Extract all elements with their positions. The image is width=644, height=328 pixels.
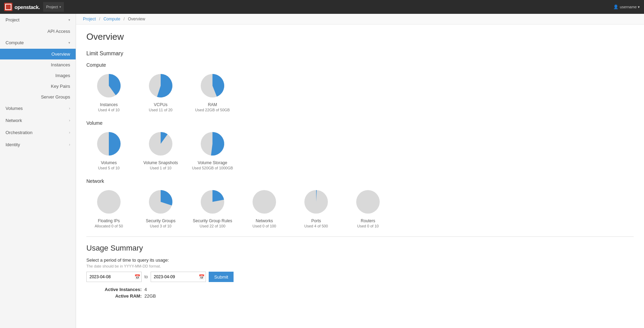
active-instances-row: Active Instances: 4 (86, 287, 634, 292)
chart-sublabel: Used 4 of 10 (98, 108, 120, 112)
chart-item: PortsUsed 4 of 500 (294, 188, 339, 228)
chart-label: Volumes (101, 160, 117, 165)
pie-chart (147, 188, 174, 216)
breadcrumb-project[interactable]: Project (83, 17, 96, 21)
volume-chart-grid: VolumesUsed 5 of 10 Volume SnapshotsUsed… (86, 130, 634, 170)
chart-sublabel: Used 22GB of 50GB (195, 108, 230, 112)
sidebar-section-compute: Compute ▾ Overview Instances Images Key … (0, 37, 76, 102)
usage-summary-section: Usage Summary Select a period of time to… (86, 244, 634, 299)
page-content: Overview Limit Summary Compute Instances… (76, 25, 644, 306)
chart-sublabel: Used 4 of 500 (304, 224, 328, 228)
compute-subsection-title: Compute (86, 62, 634, 68)
limit-summary-title: Limit Summary (86, 50, 634, 57)
chart-label: Routers (361, 218, 375, 223)
sidebar-identity-header[interactable]: Identity › (0, 139, 76, 151)
sidebar-project-header[interactable]: Project ▾ (0, 14, 76, 26)
chart-item: InstancesUsed 4 of 10 (86, 72, 131, 112)
breadcrumb: Project / Compute / Overview (76, 14, 644, 25)
volume-subsection-title: Volume (86, 120, 634, 126)
sidebar-item-overview[interactable]: Overview (0, 49, 76, 59)
sidebar-identity-label: Identity (6, 142, 20, 147)
sidebar: Project ▾ API Access Compute ▾ Overview … (0, 14, 76, 328)
chart-sublabel: Used 0 of 10 (357, 224, 379, 228)
logo-text: openstack. (15, 4, 40, 10)
sidebar-section-project: Project ▾ API Access (0, 14, 76, 37)
active-instances-label: Active Instances: (86, 287, 142, 292)
chart-item: RoutersUsed 0 of 10 (345, 188, 390, 228)
pie-chart (147, 130, 174, 158)
top-bar: openstack. Project ▾ 👤 username ▾ (0, 0, 644, 14)
to-label: to (144, 274, 148, 279)
submit-button[interactable]: Submit (209, 272, 234, 282)
chart-item: VolumesUsed 5 of 10 (86, 130, 131, 170)
pie-chart (250, 188, 278, 216)
chevron-identity-icon: › (69, 143, 70, 147)
sidebar-item-key-pairs[interactable]: Key Pairs (0, 81, 76, 92)
chart-item: NetworksUsed 0 of 100 (242, 188, 287, 228)
pie-chart (147, 72, 174, 100)
sidebar-network-header[interactable]: Network › (0, 114, 76, 126)
divider (86, 236, 634, 237)
sidebar-volumes-label: Volumes (6, 106, 23, 111)
chart-sublabel: Used 22 of 100 (200, 224, 226, 228)
chart-sublabel: Used 3 of 10 (150, 224, 171, 228)
chart-item: Volume StorageUsed 520GB of 1000GB (190, 130, 235, 170)
user-label: username ▾ (620, 5, 640, 9)
sidebar-item-server-groups[interactable]: Server Groups (0, 92, 76, 102)
content-area: Project / Compute / Overview Overview Li… (76, 14, 644, 328)
network-chart-grid: Floating IPsAllocated 0 of 50 Security G… (86, 188, 634, 228)
date-from-input[interactable] (86, 272, 142, 282)
breadcrumb-current: Overview (128, 17, 145, 21)
svg-point-6 (97, 190, 121, 214)
sidebar-section-orchestration: Orchestration › (0, 126, 76, 139)
svg-point-9 (253, 190, 276, 214)
pie-chart (95, 72, 123, 100)
calendar-from-button[interactable]: 📅 (134, 274, 140, 280)
main-layout: Project ▾ API Access Compute ▾ Overview … (0, 14, 644, 328)
chart-item: VCPUsUsed 11 of 20 (138, 72, 183, 112)
sidebar-volumes-header[interactable]: Volumes › (0, 102, 76, 114)
chevron-down-compute-icon: ▾ (68, 41, 70, 45)
active-ram-row: Active RAM: 22GB (86, 293, 634, 299)
chart-item: Security GroupsUsed 3 of 10 (138, 188, 183, 228)
chart-label: Security Group Rules (193, 218, 232, 223)
nav-dropdown-label: Project (46, 5, 58, 9)
network-subsection-title: Network (86, 178, 634, 184)
chart-label: Security Groups (146, 218, 176, 223)
chart-label: Networks (256, 218, 273, 223)
calendar-to-button[interactable]: 📅 (199, 274, 205, 280)
chevron-volumes-icon: › (69, 106, 70, 110)
chart-sublabel: Used 11 of 20 (149, 108, 173, 112)
top-bar-left: openstack. Project ▾ (4, 2, 64, 12)
chevron-network-icon: › (69, 119, 70, 122)
sidebar-project-label: Project (6, 17, 19, 22)
sidebar-section-identity: Identity › (0, 139, 76, 151)
sidebar-compute-header[interactable]: Compute ▾ (0, 37, 76, 49)
sidebar-section-volumes: Volumes › (0, 102, 76, 114)
project-dropdown[interactable]: Project ▾ (43, 2, 64, 12)
pie-chart (199, 72, 226, 100)
chart-sublabel: Used 0 of 100 (253, 224, 276, 228)
usage-date-row: 📅 to 📅 Submit (86, 272, 634, 282)
chart-sublabel: Allocated 0 of 50 (95, 224, 123, 228)
chart-item: Volume SnapshotsUsed 1 of 10 (138, 130, 183, 170)
sidebar-item-instances[interactable]: Instances (0, 59, 76, 70)
pie-chart (302, 188, 330, 216)
chevron-orchestration-icon: › (69, 131, 70, 134)
breadcrumb-sep-2: / (123, 17, 124, 21)
sidebar-item-api-access[interactable]: API Access (0, 26, 76, 37)
sidebar-section-network: Network › (0, 114, 76, 126)
user-menu[interactable]: 👤 username ▾ (613, 4, 640, 9)
sidebar-orchestration-header[interactable]: Orchestration › (0, 126, 76, 139)
pie-chart (199, 130, 226, 158)
active-ram-label: Active RAM: (86, 293, 142, 299)
breadcrumb-compute[interactable]: Compute (103, 17, 120, 21)
chart-label: Volume Snapshots (143, 160, 178, 165)
openstack-logo: openstack. (4, 3, 40, 11)
active-ram-val: 22GB (144, 293, 156, 299)
chart-label: Floating IPs (98, 218, 120, 223)
sidebar-item-images[interactable]: Images (0, 70, 76, 81)
pie-chart (354, 188, 382, 216)
date-to-input[interactable] (151, 272, 206, 282)
usage-summary-title: Usage Summary (86, 244, 634, 253)
